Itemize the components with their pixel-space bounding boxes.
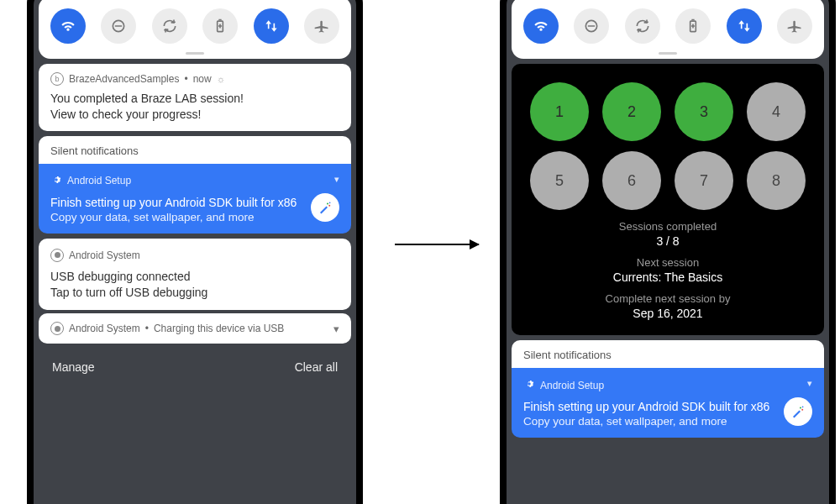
notif-app-name: BrazeAdvancedSamples — [69, 73, 179, 85]
setup-title: Finish setting up your Android SDK built… — [50, 195, 339, 211]
airplane-icon[interactable] — [304, 8, 339, 44]
wifi-icon[interactable] — [523, 8, 559, 44]
svg-point-16 — [801, 409, 803, 411]
chevron-down-icon[interactable]: ▾ — [333, 323, 339, 335]
setup-app-name: Android Setup — [540, 380, 604, 391]
arrow-icon — [395, 244, 479, 245]
sessions-completed-label: Sessions completed — [522, 220, 814, 233]
notif-line: View to check your progress! — [50, 107, 339, 123]
chevron-down-icon[interactable]: ▾ — [334, 174, 339, 185]
dnd-icon[interactable] — [101, 8, 136, 44]
progress-card[interactable]: 1234 5678 Sessions completed 3 / 8 Next … — [512, 64, 824, 335]
svg-point-15 — [800, 407, 801, 408]
notification-charging[interactable]: Android System • Charging this device vi… — [39, 313, 351, 344]
silent-notifications-header: Silent notifications — [512, 340, 824, 368]
wand-icon — [311, 193, 339, 222]
notification-braze[interactable]: b BrazeAdvancedSamples • now ☼ You compl… — [39, 64, 351, 131]
chevron-down-icon[interactable]: ▾ — [807, 378, 812, 389]
sessions-completed-value: 3 / 8 — [522, 234, 814, 248]
session-dot[interactable]: 4 — [747, 82, 806, 141]
phone-left: b BrazeAdvancedSamples • now ☼ You compl… — [27, 0, 363, 504]
svg-point-8 — [329, 202, 331, 203]
setup-subtitle: Copy your data, set wallpaper, and more — [523, 415, 812, 428]
notification-android-setup[interactable]: Android Setup ▾ Finish setting up your A… — [39, 164, 351, 234]
phone-right: 1234 5678 Sessions completed 3 / 8 Next … — [500, 0, 836, 504]
session-dot[interactable]: 3 — [675, 82, 733, 141]
notification-footer: Manage Clear all — [34, 349, 356, 386]
gear-icon — [523, 378, 535, 392]
setup-subtitle: Copy your data, set wallpaper, and more — [50, 211, 339, 223]
airplane-icon[interactable] — [777, 8, 812, 44]
gear-icon — [50, 174, 62, 188]
quick-settings-panel — [39, 0, 351, 59]
due-value: Sep 16, 2021 — [522, 307, 814, 320]
session-dot[interactable]: 2 — [602, 82, 661, 141]
rotate-icon[interactable] — [625, 8, 660, 44]
screen-left: b BrazeAdvancedSamples • now ☼ You compl… — [34, 0, 356, 504]
session-dot[interactable]: 7 — [675, 151, 733, 210]
notif-line: You completed a Braze LAB session! — [50, 91, 339, 107]
next-session-label: Next session — [522, 256, 814, 269]
android-system-icon — [50, 322, 64, 335]
drag-handle[interactable] — [659, 52, 677, 55]
silent-notifications-header: Silent notifications — [39, 136, 351, 164]
battery-saver-icon[interactable] — [202, 8, 238, 44]
dnd-icon[interactable] — [574, 8, 609, 44]
drag-handle[interactable] — [186, 52, 204, 55]
manage-button[interactable]: Manage — [52, 360, 95, 374]
battery-saver-icon[interactable] — [675, 8, 711, 44]
next-session-value: Currents: The Basics — [522, 270, 814, 284]
rotate-icon[interactable] — [152, 8, 187, 44]
app-icon: b — [50, 72, 64, 86]
svg-point-17 — [802, 406, 804, 407]
session-dot[interactable]: 5 — [530, 151, 589, 210]
svg-point-6 — [327, 202, 328, 204]
notification-android-setup[interactable]: Android Setup ▾ Finish setting up your A… — [512, 368, 824, 438]
setup-app-name: Android Setup — [67, 175, 131, 186]
wifi-icon[interactable] — [50, 8, 86, 44]
clear-all-button[interactable]: Clear all — [295, 360, 338, 374]
screen-right: 1234 5678 Sessions completed 3 / 8 Next … — [507, 0, 829, 504]
svg-point-7 — [328, 204, 330, 206]
session-dot[interactable]: 8 — [747, 151, 806, 210]
android-system-icon — [50, 249, 64, 262]
data-icon[interactable] — [727, 8, 762, 44]
notification-usb-debugging[interactable]: Android System USB debugging connected T… — [39, 239, 351, 311]
session-dot[interactable]: 6 — [602, 151, 661, 210]
setup-title: Finish setting up your Android SDK built… — [523, 399, 812, 415]
session-row: 1234 — [522, 82, 814, 141]
notif-time: now — [193, 73, 212, 85]
session-row: 5678 — [522, 151, 814, 210]
data-icon[interactable] — [254, 8, 289, 44]
wand-icon — [784, 397, 812, 426]
quick-settings-panel — [512, 0, 824, 59]
due-label: Complete next session by — [522, 292, 814, 305]
bell-icon: ☼ — [217, 74, 225, 84]
session-dot[interactable]: 1 — [530, 82, 589, 141]
